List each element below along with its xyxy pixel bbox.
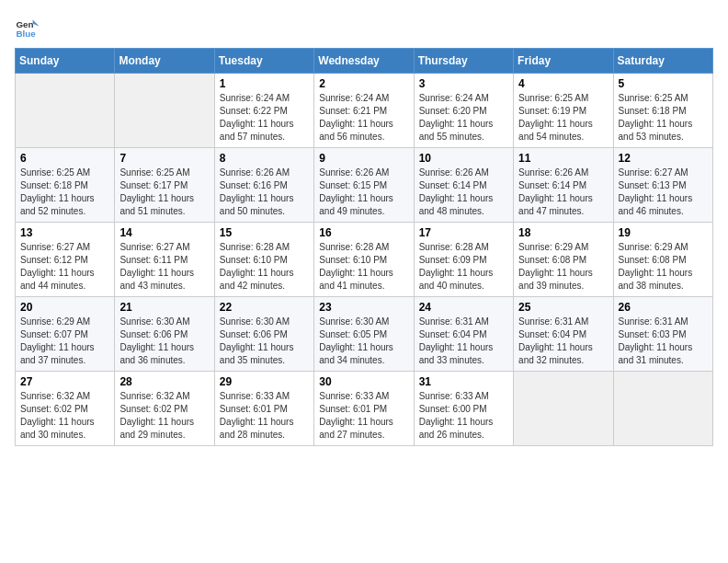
day-info: Sunrise: 6:24 AM Sunset: 6:20 PM Dayligh… — [419, 92, 508, 144]
day-number: 7 — [119, 152, 209, 165]
day-info: Sunrise: 6:30 AM Sunset: 6:05 PM Dayligh… — [319, 316, 408, 367]
day-of-week-header: Saturday — [613, 49, 712, 74]
day-number: 31 — [419, 375, 508, 388]
calendar-cell: 21Sunrise: 6:30 AM Sunset: 6:06 PM Dayli… — [115, 297, 214, 372]
day-info: Sunrise: 6:27 AM Sunset: 6:11 PM Dayligh… — [119, 241, 209, 293]
day-number: 2 — [319, 77, 408, 90]
day-number: 19 — [619, 226, 708, 239]
calendar-cell — [115, 74, 214, 148]
day-number: 20 — [20, 301, 109, 314]
day-number: 11 — [518, 152, 608, 165]
day-number: 1 — [220, 77, 309, 90]
calendar-cell: 8Sunrise: 6:26 AM Sunset: 6:16 PM Daylig… — [214, 148, 313, 223]
calendar-cell: 18Sunrise: 6:29 AM Sunset: 6:08 PM Dayli… — [514, 223, 613, 297]
logo-icon: Gen Blue — [15, 15, 40, 40]
day-number: 27 — [20, 375, 109, 388]
day-info: Sunrise: 6:30 AM Sunset: 6:06 PM Dayligh… — [220, 316, 309, 367]
day-info: Sunrise: 6:25 AM Sunset: 6:18 PM Dayligh… — [20, 167, 109, 218]
calendar-body: 1Sunrise: 6:24 AM Sunset: 6:22 PM Daylig… — [16, 74, 713, 446]
day-info: Sunrise: 6:25 AM Sunset: 6:17 PM Dayligh… — [119, 167, 209, 218]
calendar-week-row: 27Sunrise: 6:32 AM Sunset: 6:02 PM Dayli… — [16, 372, 713, 446]
calendar-cell: 27Sunrise: 6:32 AM Sunset: 6:02 PM Dayli… — [16, 372, 115, 446]
calendar-week-row: 1Sunrise: 6:24 AM Sunset: 6:22 PM Daylig… — [16, 74, 713, 148]
day-number: 24 — [419, 301, 508, 314]
day-info: Sunrise: 6:28 AM Sunset: 6:09 PM Dayligh… — [419, 241, 508, 293]
day-info: Sunrise: 6:26 AM Sunset: 6:14 PM Dayligh… — [518, 167, 608, 218]
logo: Gen Blue — [15, 15, 44, 40]
calendar-cell: 3Sunrise: 6:24 AM Sunset: 6:20 PM Daylig… — [414, 74, 513, 148]
day-info: Sunrise: 6:24 AM Sunset: 6:22 PM Dayligh… — [220, 92, 309, 144]
day-info: Sunrise: 6:32 AM Sunset: 6:02 PM Dayligh… — [119, 390, 209, 442]
calendar-cell: 20Sunrise: 6:29 AM Sunset: 6:07 PM Dayli… — [16, 297, 115, 372]
calendar-cell: 15Sunrise: 6:28 AM Sunset: 6:10 PM Dayli… — [214, 223, 313, 297]
calendar-table: SundayMondayTuesdayWednesdayThursdayFrid… — [15, 48, 713, 446]
day-info: Sunrise: 6:26 AM Sunset: 6:15 PM Dayligh… — [319, 167, 408, 218]
day-of-week-header: Sunday — [16, 49, 115, 74]
calendar-cell: 6Sunrise: 6:25 AM Sunset: 6:18 PM Daylig… — [16, 148, 115, 223]
day-of-week-header: Friday — [514, 49, 613, 74]
calendar-cell: 14Sunrise: 6:27 AM Sunset: 6:11 PM Dayli… — [115, 223, 214, 297]
day-number: 4 — [518, 77, 608, 90]
calendar-cell: 24Sunrise: 6:31 AM Sunset: 6:04 PM Dayli… — [414, 297, 513, 372]
day-number: 15 — [220, 226, 309, 239]
day-number: 25 — [518, 301, 608, 314]
day-info: Sunrise: 6:33 AM Sunset: 6:00 PM Dayligh… — [419, 390, 508, 442]
day-number: 28 — [119, 375, 209, 388]
calendar-cell: 28Sunrise: 6:32 AM Sunset: 6:02 PM Dayli… — [115, 372, 214, 446]
calendar-cell: 23Sunrise: 6:30 AM Sunset: 6:05 PM Dayli… — [314, 297, 414, 372]
calendar-cell: 25Sunrise: 6:31 AM Sunset: 6:04 PM Dayli… — [514, 297, 613, 372]
day-info: Sunrise: 6:25 AM Sunset: 6:19 PM Dayligh… — [518, 92, 608, 144]
day-number: 23 — [319, 301, 408, 314]
day-number: 18 — [518, 226, 608, 239]
calendar-cell: 2Sunrise: 6:24 AM Sunset: 6:21 PM Daylig… — [314, 74, 414, 148]
day-info: Sunrise: 6:31 AM Sunset: 6:04 PM Dayligh… — [518, 316, 608, 367]
day-of-week-header: Wednesday — [314, 49, 414, 74]
calendar-cell: 19Sunrise: 6:29 AM Sunset: 6:08 PM Dayli… — [613, 223, 712, 297]
day-info: Sunrise: 6:28 AM Sunset: 6:10 PM Dayligh… — [220, 241, 309, 293]
calendar-cell — [613, 372, 712, 446]
calendar-cell: 10Sunrise: 6:26 AM Sunset: 6:14 PM Dayli… — [414, 148, 513, 223]
header-row: SundayMondayTuesdayWednesdayThursdayFrid… — [16, 49, 713, 74]
calendar-cell: 13Sunrise: 6:27 AM Sunset: 6:12 PM Dayli… — [16, 223, 115, 297]
day-info: Sunrise: 6:27 AM Sunset: 6:12 PM Dayligh… — [20, 241, 109, 293]
svg-text:Blue: Blue — [16, 29, 36, 39]
calendar-header: SundayMondayTuesdayWednesdayThursdayFrid… — [16, 49, 713, 74]
calendar-cell: 1Sunrise: 6:24 AM Sunset: 6:22 PM Daylig… — [214, 74, 313, 148]
day-number: 22 — [220, 301, 309, 314]
day-number: 3 — [419, 77, 508, 90]
svg-marker-2 — [33, 20, 40, 27]
day-info: Sunrise: 6:31 AM Sunset: 6:03 PM Dayligh… — [619, 316, 708, 367]
day-info: Sunrise: 6:26 AM Sunset: 6:16 PM Dayligh… — [220, 167, 309, 218]
calendar-cell: 11Sunrise: 6:26 AM Sunset: 6:14 PM Dayli… — [514, 148, 613, 223]
day-number: 17 — [419, 226, 508, 239]
calendar-cell: 12Sunrise: 6:27 AM Sunset: 6:13 PM Dayli… — [613, 148, 712, 223]
day-number: 9 — [319, 152, 408, 165]
day-number: 6 — [20, 152, 109, 165]
day-info: Sunrise: 6:27 AM Sunset: 6:13 PM Dayligh… — [619, 167, 708, 218]
day-number: 5 — [619, 77, 708, 90]
day-number: 21 — [119, 301, 209, 314]
day-number: 13 — [20, 226, 109, 239]
calendar-cell: 16Sunrise: 6:28 AM Sunset: 6:10 PM Dayli… — [314, 223, 414, 297]
calendar-week-row: 6Sunrise: 6:25 AM Sunset: 6:18 PM Daylig… — [16, 148, 713, 223]
calendar-cell — [514, 372, 613, 446]
calendar-cell — [16, 74, 115, 148]
calendar-week-row: 20Sunrise: 6:29 AM Sunset: 6:07 PM Dayli… — [16, 297, 713, 372]
page-header: Gen Blue — [15, 15, 713, 40]
calendar-cell: 22Sunrise: 6:30 AM Sunset: 6:06 PM Dayli… — [214, 297, 313, 372]
day-of-week-header: Monday — [115, 49, 214, 74]
calendar-cell: 30Sunrise: 6:33 AM Sunset: 6:01 PM Dayli… — [314, 372, 414, 446]
day-number: 30 — [319, 375, 408, 388]
day-number: 10 — [419, 152, 508, 165]
day-number: 16 — [319, 226, 408, 239]
day-of-week-header: Thursday — [414, 49, 513, 74]
day-info: Sunrise: 6:33 AM Sunset: 6:01 PM Dayligh… — [319, 390, 408, 442]
calendar-cell: 29Sunrise: 6:33 AM Sunset: 6:01 PM Dayli… — [214, 372, 313, 446]
calendar-cell: 26Sunrise: 6:31 AM Sunset: 6:03 PM Dayli… — [613, 297, 712, 372]
day-info: Sunrise: 6:29 AM Sunset: 6:08 PM Dayligh… — [518, 241, 608, 293]
day-info: Sunrise: 6:28 AM Sunset: 6:10 PM Dayligh… — [319, 241, 408, 293]
day-number: 14 — [119, 226, 209, 239]
calendar-week-row: 13Sunrise: 6:27 AM Sunset: 6:12 PM Dayli… — [16, 223, 713, 297]
day-number: 26 — [619, 301, 708, 314]
day-info: Sunrise: 6:31 AM Sunset: 6:04 PM Dayligh… — [419, 316, 508, 367]
